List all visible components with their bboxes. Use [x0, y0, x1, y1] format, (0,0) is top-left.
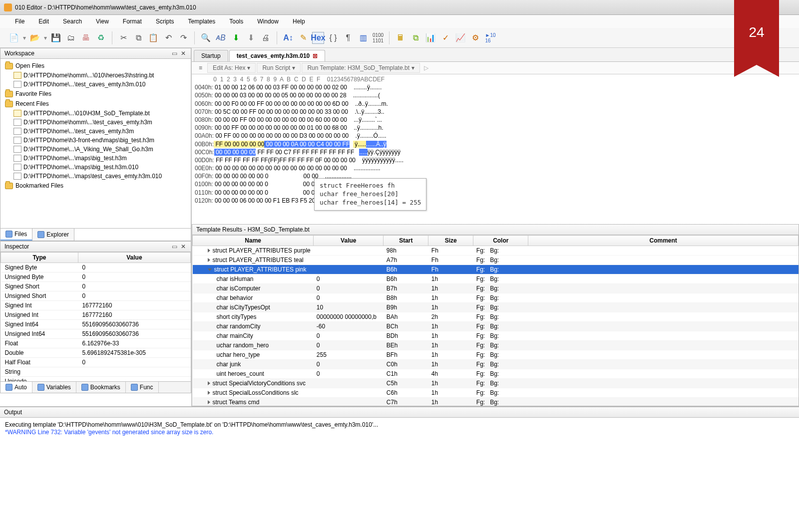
tree-item[interactable]: D:\HTTPD\home\...\maps\big_test.h3m.010: [2, 163, 189, 172]
hex-viewer[interactable]: 0 1 2 3 4 5 6 7 8 9 A B C D E F 01234567…: [192, 74, 799, 224]
main-toolbar[interactable]: 📄▾ 📂▾ 💾 🗂 🖶 ♻ ✂ ⧉ 📋 ↶ ↷ 🔍 AB ⬇ ⬇ 🖨 A↕ ✎ …: [0, 28, 799, 48]
checksum-icon[interactable]: ✓: [439, 32, 451, 44]
table-row[interactable]: struct PLAYER_ATTRIBUTES purple98hFhFg: …: [193, 246, 799, 256]
binary-icon[interactable]: 01001101: [372, 32, 384, 44]
table-row[interactable]: char isHuman0B6h1hFg: Bg:: [193, 274, 799, 284]
doc-tab[interactable]: Startup: [194, 50, 228, 61]
tree-item[interactable]: D:\HTTPD\home\h3-front-end\maps\big_test…: [2, 136, 189, 145]
tree-group[interactable]: Recent Files: [2, 99, 189, 109]
histogram-icon[interactable]: 📊: [424, 32, 436, 44]
close-icon[interactable]: ⊠: [313, 52, 318, 59]
compare-icon[interactable]: ⧉: [409, 32, 421, 44]
menu-templates[interactable]: Templates: [182, 16, 222, 26]
template-results-table[interactable]: NameValueStartSizeColorComment struct PL…: [192, 235, 799, 406]
menu-format[interactable]: Format: [117, 16, 148, 26]
inspector-header: Inspector ▭ ✕: [0, 241, 191, 252]
hex-toolbar[interactable]: ≡ Edit As: Hex ▾ Run Script ▾ Run Templa…: [192, 62, 799, 74]
saveall-icon[interactable]: 🗂: [65, 32, 77, 44]
workspace-tab-explorer[interactable]: Explorer: [32, 229, 74, 241]
table-row[interactable]: struct SpecialLossConditions slcC6h1hFg:…: [193, 388, 799, 398]
doc-tab[interactable]: test_caves_emty.h3m.010 ⊠: [229, 50, 326, 61]
table-row[interactable]: short cityTypes00000000 00000000,bBAh2hF…: [193, 312, 799, 322]
edit-as-button[interactable]: Edit As: Hex ▾: [207, 63, 256, 73]
save-icon[interactable]: 💾: [50, 32, 62, 44]
print2-icon[interactable]: 🖨: [260, 32, 272, 44]
menu-edit[interactable]: Edit: [32, 16, 55, 26]
slide-number-ribbon: 24: [734, 0, 779, 65]
tree-item[interactable]: D:\HTTPD\home\...\010\H3M_SoD_Template.b…: [2, 109, 189, 118]
open-icon[interactable]: 📂: [29, 32, 41, 44]
reload-icon[interactable]: ♻: [95, 32, 107, 44]
tree-item[interactable]: D:\HTTPD\home\...\test_caves_emty.h3m: [2, 127, 189, 136]
inspector-tab-auto[interactable]: Auto: [0, 382, 32, 393]
redo-icon[interactable]: ↷: [177, 32, 189, 44]
run-template-button[interactable]: Run Template: H3M_SoD_Template.bt ▾: [302, 63, 420, 73]
tree-item[interactable]: D:\HTTPD\home\...\A_Viking_We_Shall_Go.h…: [2, 145, 189, 154]
goto-icon[interactable]: ⬇: [230, 32, 242, 44]
table-row[interactable]: char randomCity-60BCh1hFg: Bg:: [193, 322, 799, 331]
tree-group[interactable]: Bookmarked Files: [2, 181, 189, 191]
table-row[interactable]: struct PLAYER_ATTRIBUTES tealA7hFhFg: Bg…: [193, 256, 799, 265]
tree-item[interactable]: D:\HTTPD\home\...\maps\test_caves_emty.h…: [2, 172, 189, 181]
tree-group[interactable]: Open Files: [2, 61, 189, 71]
workspace-tree[interactable]: Open FilesD:\HTTPD\home\homm\...\010\her…: [0, 59, 191, 229]
calc-icon[interactable]: 🖩: [395, 32, 406, 44]
inspector-tabs[interactable]: AutoVariablesBookmarksFunc: [0, 382, 191, 393]
tree-item[interactable]: D:\HTTPD\home\...\test_caves_emty.h3m.01…: [2, 80, 189, 89]
highlight-icon[interactable]: ✎: [297, 32, 309, 44]
table-row[interactable]: uchar random_hero0BEh1hFg: Bg:: [193, 341, 799, 350]
menu-search[interactable]: Search: [57, 16, 88, 26]
chart-icon[interactable]: 📈: [454, 32, 466, 44]
menu-view[interactable]: View: [90, 16, 115, 26]
panel-float-icon[interactable]: ▭: [172, 50, 178, 57]
workspace-tab-files[interactable]: Files: [0, 229, 32, 241]
document-tabs[interactable]: Startuptest_caves_emty.h3m.010 ⊠: [192, 48, 799, 62]
find-icon[interactable]: 🔍: [200, 32, 212, 44]
new-icon[interactable]: 📄: [8, 32, 20, 44]
workspace-tabs[interactable]: FilesExplorer: [0, 229, 191, 241]
tree-item[interactable]: D:\HTTPD\home\homm\...\010\heroes3\hstri…: [2, 71, 189, 80]
menu-window[interactable]: Window: [251, 16, 285, 26]
table-row[interactable]: struct Teams cmdC7h1hFg: Bg:: [193, 398, 799, 407]
panel-close-icon[interactable]: ✕: [181, 50, 187, 57]
table-row[interactable]: struct PLAYER_ATTRIBUTES pinkB6hFhFg: Bg…: [193, 265, 799, 274]
inspector-tab-bookmarks[interactable]: Bookmarks: [76, 382, 126, 393]
table-row[interactable]: struct SpecialVictoryConditions svcC5h1h…: [193, 379, 799, 388]
pilcrow-icon[interactable]: ¶: [342, 32, 354, 44]
goto2-icon[interactable]: ⬇: [245, 32, 257, 44]
template-results-header: Template Results - H3M_SoD_Template.bt: [192, 224, 799, 235]
columns-icon[interactable]: ▥: [357, 32, 369, 44]
replace-icon[interactable]: AB: [215, 32, 227, 44]
table-row[interactable]: char behavior0B8h1hFg: Bg:: [193, 293, 799, 303]
table-row[interactable]: char junk0C0h1hFg: Bg:: [193, 360, 799, 369]
table-row[interactable]: char isComputer0B7h1hFg: Bg:: [193, 284, 799, 293]
run-icon[interactable]: ►1016: [484, 32, 496, 44]
font-icon[interactable]: A↕: [282, 32, 294, 44]
panel-close-icon[interactable]: ✕: [181, 243, 187, 250]
inspector-tab-func[interactable]: Func: [126, 382, 159, 393]
menubar[interactable]: FileEditSearchViewFormatScriptsTemplates…: [0, 15, 799, 28]
tree-group[interactable]: Favorite Files: [2, 89, 189, 99]
menu-scripts[interactable]: Scripts: [150, 16, 180, 26]
menu-tools[interactable]: Tools: [223, 16, 249, 26]
table-row[interactable]: char mainCity0BDh1hFg: Bg:: [193, 331, 799, 341]
cut-icon[interactable]: ✂: [117, 32, 129, 44]
table-row[interactable]: char isCityTypesOpt10B9h1hFg: Bg:: [193, 303, 799, 312]
copy-icon[interactable]: ⧉: [132, 32, 144, 44]
inspector-tab-variables[interactable]: Variables: [32, 382, 76, 393]
table-row[interactable]: uint heroes_count0C1h4hFg: Bg:: [193, 369, 799, 379]
run-script-button[interactable]: Run Script ▾: [257, 63, 301, 73]
titlebar: 010 Editor - D:\HTTPD\home\homm\www\test…: [0, 0, 799, 15]
print-icon[interactable]: 🖶: [80, 32, 92, 44]
paste-icon[interactable]: 📋: [147, 32, 159, 44]
tree-item[interactable]: D:\HTTPD\home\...\maps\big_test.h3m: [2, 154, 189, 163]
tree-item[interactable]: D:\HTTPD\home\homm\...\test_caves_emty.h…: [2, 118, 189, 127]
menu-help[interactable]: Help: [287, 16, 311, 26]
table-row[interactable]: uchar hero_type255BFh1hFg: Bg:: [193, 350, 799, 360]
panel-float-icon[interactable]: ▭: [172, 243, 178, 250]
menu-file[interactable]: File: [9, 16, 30, 26]
undo-icon[interactable]: ↶: [162, 32, 174, 44]
sort-icon[interactable]: ⚙: [469, 32, 481, 44]
brace-icon[interactable]: { }: [327, 32, 339, 44]
hex-mode-icon[interactable]: Hex: [312, 32, 324, 44]
